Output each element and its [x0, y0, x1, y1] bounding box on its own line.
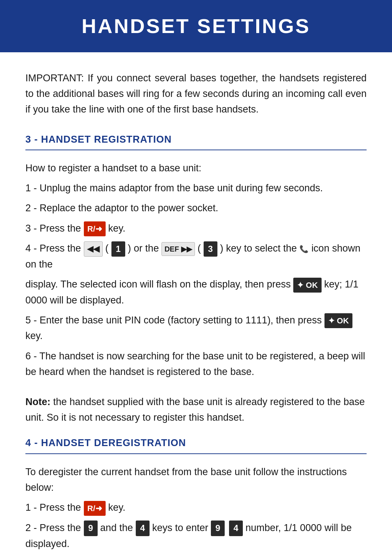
step-4-paren3: ( — [197, 243, 204, 254]
num3-key: 3 — [204, 241, 217, 257]
handset-icon: 📞 — [299, 243, 309, 255]
step-5: 5 - Enter the base unit PIN code (factor… — [25, 313, 367, 344]
s4-num9-display: 9 — [211, 521, 225, 536]
s4-step-2-label: 2 - Press the — [25, 522, 84, 533]
step-4-continued: display. The selected icon will flash on… — [25, 277, 367, 308]
step-4-label: 4 - Press the — [25, 243, 84, 254]
step-4-display-text: display. The selected icon will flash on… — [25, 279, 293, 290]
step-4-paren2: ) or the — [128, 243, 162, 254]
step-6-text: 6 - The handset is now searching for the… — [25, 351, 365, 377]
s4-num4-display: 4 — [229, 521, 243, 536]
step-4-paren1: ( — [105, 243, 111, 254]
ok-key-1: ✦ OK — [293, 278, 321, 293]
step-5-label: 5 - Enter the base unit PIN code (factor… — [25, 315, 324, 326]
num1-key: 1 — [111, 241, 125, 257]
prev-key: ◀◀ — [84, 241, 103, 256]
note-label: Note: — [25, 396, 50, 407]
step-3-label: 3 - Press the — [25, 223, 84, 234]
intro-paragraph: IMPORTANT: If you connect several bases … — [25, 70, 367, 118]
s4-step-1-suffix: key. — [108, 502, 126, 513]
step-2: 2 - Replace the adaptor to the power soc… — [25, 200, 367, 216]
header-banner: HANDSET SETTINGS — [0, 0, 392, 52]
how-to-text: How to register a handset to a base unit… — [25, 160, 367, 176]
note-text: the handset supplied with the base unit … — [25, 396, 365, 423]
step-4-paren4: ) key to select the — [220, 243, 299, 254]
s4-num9-key: 9 — [84, 521, 98, 536]
section-4-content: To deregister the current handset from t… — [25, 464, 367, 555]
page-title: HANDSET SETTINGS — [25, 11, 367, 41]
step-5-suffix: key. — [25, 330, 43, 341]
section-3-content: How to register a handset to a base unit… — [25, 160, 367, 380]
step-2-text: 2 - Replace the adaptor to the power soc… — [25, 203, 218, 213]
note-paragraph: Note: the handset supplied with the base… — [25, 394, 367, 425]
s4-step-1-label: 1 - Press the — [25, 502, 84, 513]
section-3: 3 - HANDSET REGISTRATION How to register… — [25, 132, 367, 426]
s4-step-2-and: and the — [100, 522, 136, 533]
s4-num4-key: 4 — [136, 521, 150, 536]
section-3-heading: 3 - HANDSET REGISTRATION — [25, 132, 367, 151]
s4-step-2: 2 - Press the 9 and the 4 keys to enter … — [25, 520, 367, 552]
s4-step-1: 1 - Press the R/➜ key. — [25, 500, 367, 515]
section-4: 4 - HANDSET DEREGISTRATION To deregister… — [25, 436, 367, 555]
r-arrow-key: R/➜ — [84, 221, 106, 236]
section-4-heading: 4 - HANDSET DEREGISTRATION — [25, 436, 367, 454]
page-wrapper: HANDSET SETTINGS IMPORTANT: If you conne… — [0, 0, 392, 555]
section-4-intro: To deregister the current handset from t… — [25, 464, 367, 495]
s4-step-2-mid: keys to enter — [152, 522, 211, 533]
step-1-text: 1 - Unplug the mains adaptor from the ba… — [25, 183, 323, 193]
step-1: 1 - Unplug the mains adaptor from the ba… — [25, 180, 367, 196]
ok-key-2: ✦ OK — [324, 313, 352, 328]
s4-r-arrow-key: R/➜ — [84, 501, 106, 516]
step-6: 6 - The handset is now searching for the… — [25, 348, 367, 380]
step-3: 3 - Press the R/➜ key. — [25, 221, 367, 236]
step-4: 4 - Press the ◀◀ ( 1 ) or the DEF ▶▶ ( 3… — [25, 241, 367, 272]
def-key: DEF ▶▶ — [162, 242, 195, 256]
step-3-suffix: key. — [108, 223, 126, 234]
